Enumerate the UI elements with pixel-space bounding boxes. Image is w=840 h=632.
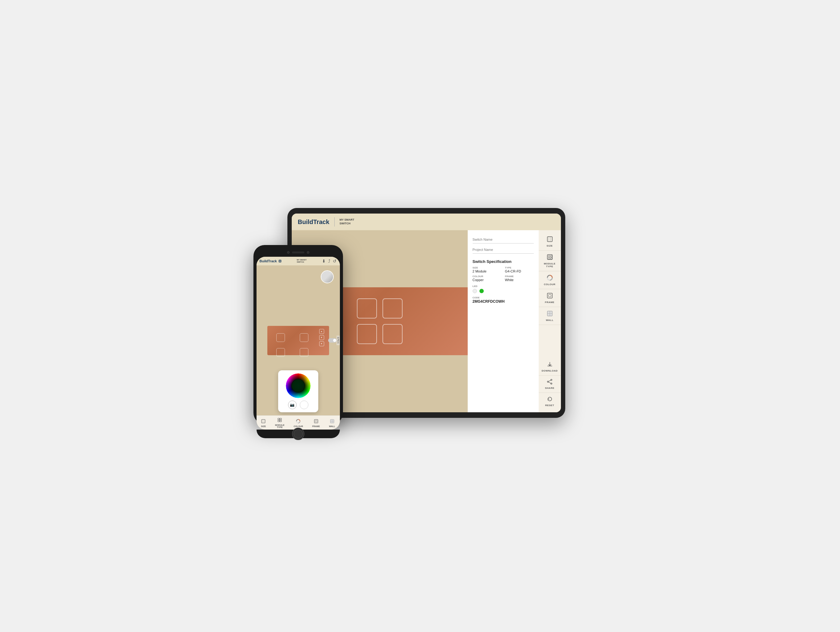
phone-share-icon[interactable]: ⤴ bbox=[328, 258, 330, 263]
phone-switch-btn-1[interactable] bbox=[276, 333, 285, 342]
phone-nav-colour-icon bbox=[296, 419, 301, 425]
sidebar-item-size[interactable]: SIZE bbox=[539, 233, 561, 251]
phone-nav-colour[interactable]: COLOUR bbox=[294, 419, 303, 427]
svg-rect-7 bbox=[547, 293, 552, 298]
sidebar-item-module-type[interactable]: MODULETYPE bbox=[539, 251, 561, 271]
sidebar-item-colour[interactable]: COLOUR bbox=[539, 271, 561, 289]
phone-device: BuildTrack MY SMART SWITCH ⬇ ⤴ ↺ bbox=[253, 245, 343, 424]
tablet-header: BuildTrack MY SMART SWITCH bbox=[292, 214, 561, 230]
phone-nav-module-type[interactable]: MODULETYPE bbox=[275, 418, 284, 428]
picker-camera-icon[interactable]: 📷 bbox=[288, 400, 297, 409]
picker-white-swatch[interactable] bbox=[300, 400, 308, 409]
phone-nav-colour-label: COLOUR bbox=[294, 425, 303, 427]
project-name-input[interactable] bbox=[473, 246, 534, 254]
colour-icon bbox=[546, 274, 553, 282]
size-spec: SIZE 2 Module bbox=[473, 266, 501, 273]
sidebar-colour-label: COLOUR bbox=[544, 283, 556, 286]
phone-tagline: MY SMART SWITCH bbox=[297, 259, 306, 263]
spec-grid: SIZE 2 Module TYPE G4-CR-FD COLOUR Coppe… bbox=[473, 266, 534, 282]
sidebar-item-download[interactable]: DOWNLOAD bbox=[539, 358, 561, 375]
sidebar-item-share[interactable]: SHARE bbox=[539, 375, 561, 393]
phone-download-icon[interactable]: ⬇ bbox=[322, 258, 326, 263]
phone-header: BuildTrack MY SMART SWITCH ⬇ ⤴ ↺ bbox=[257, 257, 340, 265]
phone-nav-frame[interactable]: FRAME bbox=[312, 419, 320, 427]
svg-rect-19 bbox=[280, 418, 281, 420]
phone-nav-module-icon bbox=[277, 418, 282, 423]
wall-icon bbox=[546, 310, 553, 318]
phone-brand-text: BuildTrack bbox=[260, 259, 277, 263]
phone-arrow-mid[interactable]: ▼ bbox=[319, 335, 324, 340]
frame-spec: FRAME White bbox=[505, 275, 534, 282]
svg-rect-0 bbox=[547, 237, 552, 242]
led-off-indicator[interactable] bbox=[473, 289, 477, 293]
reset-icon bbox=[547, 396, 553, 403]
phone-brand-circle bbox=[279, 260, 281, 262]
swatch-preview bbox=[321, 271, 333, 283]
sidebar-frame-label: FRAME bbox=[545, 301, 554, 304]
switch-name-input[interactable] bbox=[473, 236, 534, 243]
phone-nav-size-icon bbox=[261, 419, 266, 425]
svg-rect-5 bbox=[550, 258, 552, 259]
scene: BuildTrack MY SMART SWITCH bbox=[250, 195, 590, 437]
color-picker-popup: 📷 bbox=[278, 370, 318, 412]
sidebar-item-reset[interactable]: RESET bbox=[539, 393, 561, 410]
switch-button-3[interactable] bbox=[357, 324, 377, 344]
module-type-icon bbox=[546, 254, 553, 262]
picker-bottom-row: 📷 bbox=[288, 400, 308, 409]
phone-screen: BuildTrack MY SMART SWITCH ⬇ ⤴ ↺ bbox=[257, 257, 340, 430]
phone-nav-wall[interactable]: WALL bbox=[329, 419, 335, 427]
phone-camera bbox=[287, 251, 290, 254]
phone-header-icons: ⬇ ⤴ ↺ bbox=[322, 258, 336, 263]
phone-spec-tab[interactable]: SPEC bbox=[336, 336, 340, 345]
switch-button-2[interactable] bbox=[382, 298, 403, 318]
svg-point-12 bbox=[551, 379, 552, 380]
switch-button-4[interactable] bbox=[382, 324, 403, 344]
download-icon bbox=[547, 361, 553, 369]
svg-rect-24 bbox=[315, 420, 317, 422]
share-icon bbox=[547, 379, 553, 386]
size-icon bbox=[546, 236, 553, 243]
sidebar-bottom-actions: DOWNLOAD bbox=[539, 358, 561, 410]
svg-point-14 bbox=[551, 383, 552, 384]
tablet-tagline: MY SMART SWITCH bbox=[339, 218, 354, 225]
sidebar-item-frame[interactable]: FRAME bbox=[539, 289, 561, 307]
switch-grid bbox=[351, 292, 409, 350]
header-divider bbox=[334, 217, 335, 227]
phone-switch-btn-2[interactable] bbox=[300, 333, 308, 342]
phone-toggle-switch[interactable] bbox=[328, 338, 337, 342]
phone-swatch-circle[interactable] bbox=[321, 270, 334, 283]
phone-speaker bbox=[292, 252, 305, 253]
phone-sensor bbox=[307, 251, 309, 254]
phone-refresh-icon[interactable]: ↺ bbox=[333, 258, 336, 263]
phone-switch-panel: ▲ ▼ ▼ bbox=[267, 326, 329, 355]
home-button-inner bbox=[294, 429, 303, 438]
tablet-sidebar: SIZE MODULETYPE bbox=[539, 230, 561, 412]
led-row bbox=[473, 289, 534, 293]
phone-arrow-up[interactable]: ▲ bbox=[319, 329, 324, 334]
color-wheel[interactable] bbox=[286, 374, 311, 398]
svg-point-13 bbox=[547, 381, 549, 382]
phone-switch-arrows: ▲ ▼ ▼ bbox=[319, 329, 324, 346]
sidebar-module-type-label: MODULETYPE bbox=[544, 262, 556, 268]
svg-rect-8 bbox=[549, 295, 551, 297]
svg-rect-21 bbox=[280, 420, 281, 422]
phone-canvas: ▲ ▼ ▼ SPEC bbox=[257, 265, 340, 415]
phone-nav-wall-icon bbox=[330, 419, 335, 425]
phone-nav-size[interactable]: SIZE bbox=[261, 419, 266, 427]
phone-nav-frame-icon bbox=[314, 419, 319, 425]
svg-rect-2 bbox=[548, 255, 550, 257]
phone-switch-btn-4[interactable] bbox=[300, 348, 308, 357]
sidebar-share-label: SHARE bbox=[545, 387, 554, 389]
sidebar-size-label: SIZE bbox=[547, 244, 553, 247]
phone-arrow-down[interactable]: ▼ bbox=[319, 341, 324, 346]
phone-toggle-area bbox=[328, 338, 337, 342]
phone-home-button[interactable] bbox=[292, 428, 305, 440]
phone-nav-size-label: SIZE bbox=[261, 425, 266, 427]
switch-button-1[interactable] bbox=[357, 298, 377, 318]
phone-switch-btn-3[interactable] bbox=[276, 348, 285, 357]
toggle-knob bbox=[333, 339, 336, 342]
sidebar-item-wall[interactable]: WALL bbox=[539, 307, 561, 325]
svg-rect-18 bbox=[278, 418, 279, 420]
led-on-indicator[interactable] bbox=[479, 289, 484, 293]
sidebar-wall-label: WALL bbox=[546, 319, 554, 322]
